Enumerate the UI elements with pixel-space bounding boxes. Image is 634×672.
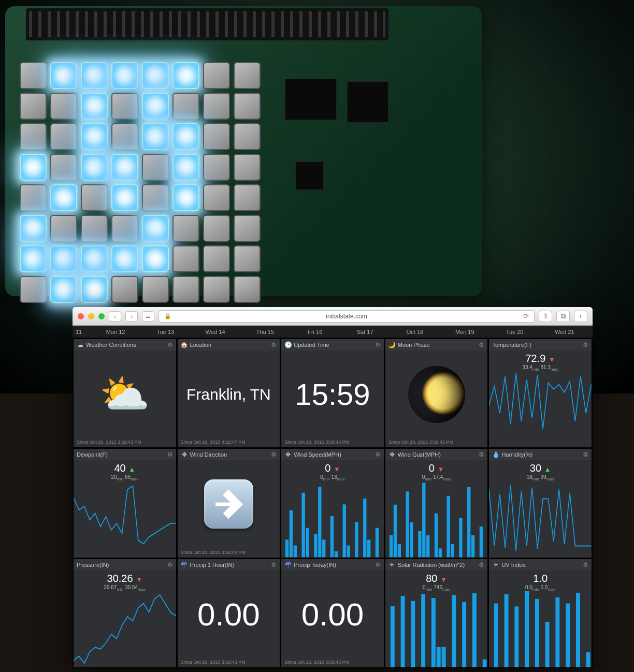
sparkline-chart (489, 371, 592, 447)
svg-rect-60 (437, 647, 441, 667)
tile-pressure[interactable]: Pressure(IN) ⚙ 30.26 ▼ 29.67min 30.54max (74, 559, 176, 667)
tabs-button[interactable]: ⧉ (556, 311, 570, 322)
svg-rect-48 (480, 527, 483, 557)
tile-temperature[interactable]: Temperature(F) ⚙ 72.9 ▼ 33.4min 81.3max (489, 339, 592, 447)
led-cell (203, 276, 230, 303)
tile-title: Precip 1 Hour(IN) (190, 562, 235, 568)
gear-icon[interactable]: ⚙ (271, 341, 277, 348)
lock-icon: 🔒 (164, 313, 171, 319)
gear-icon[interactable]: ⚙ (271, 561, 277, 568)
tile-uv-index[interactable]: ☀ UV Index: ⚙ 1.0 0.0min 5.0max (489, 559, 592, 667)
svg-rect-15 (343, 505, 346, 558)
led-cell (234, 184, 261, 211)
trend-up-icon: ▲ (544, 465, 551, 473)
tile-precip-1h[interactable]: ☔ Precip 1 Hour(IN) ⚙ 0.00 Since Oct 20,… (178, 559, 280, 667)
led-cell (172, 215, 199, 242)
svg-rect-38 (439, 549, 442, 558)
gear-icon[interactable]: ⚙ (583, 451, 588, 458)
sparkline-chart (281, 481, 384, 557)
led-cell (20, 184, 47, 211)
tile-moon-phase[interactable]: 🌙 Moon Phase ⚙ Since Oct 20, 2015 3:59:4… (385, 339, 488, 447)
gear-icon[interactable]: ⚙ (167, 561, 173, 568)
ic-chip (295, 162, 324, 190)
wind-icon: ✥ (284, 451, 292, 458)
led-cell (234, 123, 261, 150)
led-cell (234, 276, 261, 303)
close-button[interactable] (78, 313, 84, 319)
reload-icon[interactable]: ⟳ (523, 312, 529, 320)
tile-weather-conditions[interactable]: ☁ Weather Conditions ⚙ ⛅ Since Oct 20, 2… (74, 339, 176, 447)
sidebar-button[interactable]: ☰ (142, 311, 154, 322)
timeline-ruler[interactable]: 11Mon 12Tue 13Wed 14Thu 15Fri 16Sat 17Oc… (73, 326, 593, 338)
led-cell (81, 62, 108, 89)
new-tab-button[interactable]: + (574, 311, 587, 322)
led-cell (142, 93, 169, 120)
sparkline-chart (74, 481, 176, 557)
tile-precip-today[interactable]: ☔ Precip Today(IN) ⚙ 0.00 Since Oct 20, … (281, 559, 384, 667)
tile-humidity[interactable]: 💧 Humidity(%) ⚙ 30 ▲ 18min 99max (489, 449, 592, 557)
led-cell (81, 215, 108, 242)
led-cell (203, 93, 230, 120)
led-cell (50, 276, 77, 303)
svg-rect-71 (494, 603, 498, 667)
led-cell (20, 123, 47, 150)
home-icon: 🏠 (181, 341, 188, 348)
moon-graphic (408, 366, 465, 423)
stat-value: 40 (114, 462, 125, 474)
led-cell (111, 276, 138, 303)
led-cell (20, 93, 47, 120)
zoom-button[interactable] (98, 313, 105, 319)
address-bar[interactable]: 🔒 initialstate.com ⟳ (159, 310, 535, 323)
tile-wind-gust[interactable]: ✥ Wind Gust(MPH) ⚙ 0 ▼ 0min 17.4max (385, 449, 488, 557)
svg-rect-10 (322, 540, 325, 558)
minimize-button[interactable] (88, 313, 94, 319)
led-cell (142, 184, 169, 211)
trend-down-icon: ▼ (549, 356, 555, 363)
back-button[interactable]: ‹ (109, 311, 121, 322)
tile-title: UV Index: (501, 562, 526, 568)
led-cell (111, 184, 138, 211)
svg-rect-40 (446, 496, 450, 558)
svg-rect-55 (411, 601, 415, 667)
tile-wind-direction[interactable]: ✥ Wind Direction ⚙ Since Oct 20, 2015 3:… (178, 449, 280, 557)
gear-icon[interactable]: ⚙ (479, 451, 484, 458)
led-cell (172, 123, 199, 150)
gear-icon[interactable]: ⚙ (375, 451, 381, 458)
gear-icon[interactable]: ⚙ (167, 341, 173, 348)
clock-icon: 🕒 (284, 341, 292, 348)
tile-footer: Since Oct 20, 2015 3:59:43 PM (385, 438, 488, 447)
tile-updated-time[interactable]: 🕒 Updated Time ⚙ 15:59 Since Oct 20, 201… (281, 339, 384, 447)
led-cell (172, 245, 199, 272)
tile-grid: ☁ Weather Conditions ⚙ ⛅ Since Oct 20, 2… (73, 338, 593, 668)
tile-dewpoint[interactable]: Dewpoint(F) ⚙ 40 ▲ 20min 65max (74, 449, 176, 557)
gear-icon[interactable]: ⚙ (167, 451, 173, 458)
gear-icon[interactable]: ⚙ (479, 561, 484, 568)
svg-rect-26 (390, 535, 393, 557)
trend-down-icon: ▼ (440, 576, 447, 583)
tile-location[interactable]: 🏠 Location ⚙ Franklin, TN Since Oct 16, … (178, 339, 280, 447)
share-button[interactable]: ⇪ (539, 311, 552, 322)
svg-rect-33 (418, 531, 421, 558)
gear-icon[interactable]: ⚙ (375, 561, 381, 568)
tile-footer: Since Oct 20, 2015 3:59:43 PM (281, 438, 384, 447)
stat-value: 0 (429, 462, 435, 474)
svg-rect-16 (347, 546, 350, 558)
sun-icon: ☀ (492, 561, 499, 568)
rain-icon: ☔ (181, 561, 188, 568)
gear-icon[interactable]: ⚙ (479, 341, 484, 348)
led-cell (111, 62, 138, 89)
gear-icon[interactable]: ⚙ (375, 341, 381, 348)
led-cell (50, 62, 77, 89)
led-cell (20, 62, 47, 89)
forward-button[interactable]: › (125, 311, 138, 322)
gear-icon[interactable]: ⚙ (583, 561, 588, 568)
svg-rect-43 (459, 518, 462, 557)
gear-icon[interactable]: ⚙ (271, 451, 277, 458)
tile-solar-radiation[interactable]: ☀ Solar Radiation (watt/m^2) ⚙ 80 ▼ 0min… (385, 559, 488, 667)
window-controls (78, 313, 105, 319)
svg-rect-63 (452, 595, 456, 667)
sense-hat-board (5, 6, 482, 296)
led-cell (20, 276, 47, 303)
gear-icon[interactable]: ⚙ (583, 341, 588, 348)
tile-wind-speed[interactable]: ✥ Wind Speed(MPH) ⚙ 0 ▼ 0min 13max (281, 449, 384, 557)
